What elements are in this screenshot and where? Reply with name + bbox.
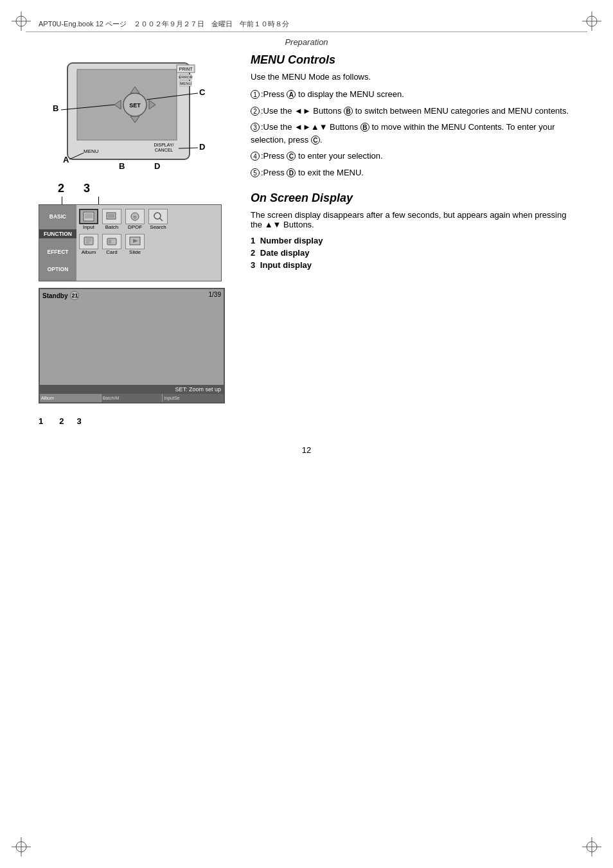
svg-text:MENU: MENU: [84, 148, 99, 154]
menu-sidebar: BASIC FUNCTION EFFECT OPTION: [39, 205, 76, 281]
menu-icon-search: Search: [148, 209, 168, 230]
arrow-down-3: [98, 197, 99, 204]
header-bar: APT0U-Eng.book 12 ページ ２００２年９月２７日 金曜日 午前１…: [26, 19, 587, 32]
menu-icon-slide: Slide: [125, 234, 145, 255]
step-5: 5:Press D to exit the MENU.: [251, 166, 574, 179]
on-screen-display-title: On Screen Display: [251, 191, 574, 205]
step-4: 4:Press C to enter your selection.: [251, 150, 574, 163]
menu-screen: BASIC FUNCTION EFFECT OPTION: [39, 204, 222, 281]
display-items-list: 1 Number display 2 Date display 3 Input …: [251, 236, 574, 270]
step-num-1: 1: [251, 90, 260, 99]
svg-text:PRINT: PRINT: [179, 67, 193, 71]
svg-rect-40: [85, 213, 93, 218]
svg-text:D: D: [154, 161, 160, 171]
menu-icons-row2: Album Card: [79, 234, 218, 255]
corner-crosshair-bl: [12, 837, 31, 856]
lcd-label-2: 2: [59, 416, 64, 426]
step-2: 2:Use the ◄► Buttons B to switch between…: [251, 105, 574, 118]
sidebar-option: OPTION: [46, 265, 71, 274]
svg-point-45: [154, 213, 161, 219]
lcd-bottom-bars: SET: Zoom set up Album Batch/M InputSe: [40, 385, 224, 402]
svg-text:DISPLAY/: DISPLAY/: [154, 143, 174, 147]
sidebar-effect: EFFECT: [45, 247, 70, 256]
section-label: Preparation: [26, 37, 587, 47]
letter-d-1: D: [287, 168, 296, 177]
menu-content: Input Batch D: [76, 205, 221, 281]
page-content: PRINT ERROR MENU SET: [26, 53, 587, 426]
lcd-labels-23: 2 3: [59, 416, 81, 426]
sidebar-basic: BASIC: [48, 212, 68, 221]
lcd-tab1: Album: [40, 394, 102, 402]
lcd-set-zoom: SET: Zoom set up: [40, 385, 224, 394]
on-screen-display-intro: The screen display disappears after a fe…: [251, 210, 574, 229]
file-info: APT0U-Eng.book 12 ページ ２００２年９月２７日 金曜日 午前１…: [39, 19, 289, 29]
menu-controls-title: MENU Controls: [251, 53, 574, 67]
svg-rect-52: [109, 240, 111, 244]
corner-crosshair-tl: [12, 12, 31, 31]
svg-text:SET: SET: [129, 102, 141, 109]
menu-num-2: 2: [58, 182, 64, 195]
menu-icon-batch: Batch: [102, 209, 121, 230]
letter-b-2: B: [360, 123, 369, 132]
menu-icon-dpof: D DPOF: [125, 209, 145, 230]
menu-icon-album: Album: [79, 234, 98, 255]
svg-text:B: B: [119, 161, 125, 171]
left-column: PRINT ERROR MENU SET: [39, 53, 238, 426]
lcd-screen-container: Standby 21 1/39 SET: Zoom set up Album B…: [39, 288, 238, 426]
menu-screen-container: 2 3 BASIC FUNCTION EFFECT OPTION: [39, 182, 238, 281]
svg-text:D: D: [199, 142, 205, 152]
svg-text:C: C: [199, 87, 206, 97]
svg-text:ERROR: ERROR: [179, 75, 193, 79]
corner-crosshair-br: [582, 837, 601, 856]
display-item-3: 3 Input display: [251, 260, 574, 270]
menu-controls-section: MENU Controls Use the MENU Mode as follo…: [251, 53, 574, 179]
step-1: 1:Press A to display the MENU screen.: [251, 88, 574, 101]
svg-text:A: A: [63, 155, 69, 164]
corner-crosshair-tr: [582, 12, 601, 31]
svg-text:B: B: [53, 103, 58, 113]
lcd-tab2: Batch/M: [102, 394, 163, 402]
lcd-fraction: 1/39: [209, 291, 221, 298]
svg-text:CANCEL: CANCEL: [155, 148, 173, 152]
menu-icons-row1: Input Batch D: [79, 209, 218, 230]
step-num-3: 3: [251, 123, 260, 132]
lcd-num-labels: 1 2 3: [39, 416, 238, 426]
svg-text:D: D: [134, 215, 137, 219]
arrow-down-2: [62, 197, 62, 204]
step-num-4: 4: [251, 152, 260, 161]
camera-diagram: PRINT ERROR MENU SET: [39, 53, 225, 179]
menu-controls-intro: Use the MENU Mode as follows.: [251, 72, 574, 82]
step-3: 3:Use the ◄►▲▼ Buttons B to move within …: [251, 121, 574, 146]
svg-line-46: [160, 218, 163, 221]
step-num-2: 2: [251, 107, 260, 116]
letter-c-1: C: [311, 136, 320, 145]
sidebar-function: FUNCTION: [39, 229, 76, 238]
step-num-5: 5: [251, 168, 260, 177]
letter-a-1: A: [287, 90, 296, 99]
lcd-label-3: 3: [76, 416, 81, 426]
lcd-tab3: InputSe: [163, 394, 224, 402]
lcd-screen: Standby 21 1/39 SET: Zoom set up Album B…: [39, 288, 225, 403]
on-screen-display-section: On Screen Display The screen display dis…: [251, 191, 574, 270]
lcd-counter-circle: 21: [70, 291, 79, 300]
display-item-2: 2 Date display: [251, 248, 574, 258]
display-item-1: 1 Number display: [251, 236, 574, 245]
menu-icon-input: Input: [79, 209, 98, 230]
svg-rect-42: [108, 214, 114, 218]
page-number: 12: [26, 445, 587, 455]
menu-icon-card: Card: [102, 234, 121, 255]
lcd-standby: Standby 21: [42, 291, 79, 300]
right-column: MENU Controls Use the MENU Mode as follo…: [251, 53, 574, 426]
letter-b-1: B: [344, 107, 353, 116]
svg-text:MENU: MENU: [180, 82, 191, 85]
menu-steps-list: 1:Press A to display the MENU screen. 2:…: [251, 88, 574, 179]
letter-c-2: C: [287, 152, 296, 161]
menu-num-3: 3: [84, 182, 90, 195]
lcd-tabs-row: Album Batch/M InputSe: [40, 394, 224, 402]
lcd-label-1: 1: [39, 416, 43, 426]
